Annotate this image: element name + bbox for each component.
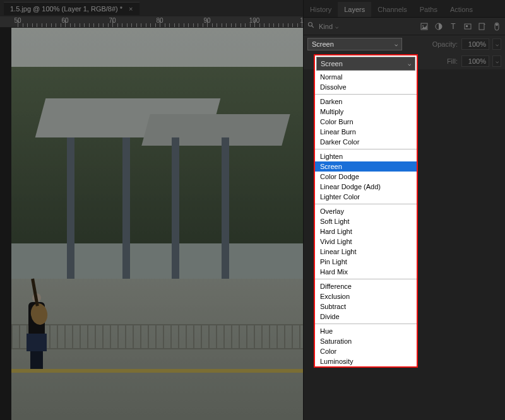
panel-tab-actions[interactable]: Actions [444, 2, 479, 17]
blend-mode-option[interactable]: Multiply [315, 107, 417, 117]
dropdown-separator [315, 279, 417, 279]
blend-mode-option[interactable]: Color Dodge [315, 172, 417, 182]
chevron-down-icon: ⌵ [395, 41, 398, 47]
document-title: 1.5.jpg @ 100% (Layer 1, RGB/8#) * [10, 5, 122, 13]
blend-mode-option[interactable]: Exclusion [315, 291, 417, 301]
blend-mode-option[interactable]: Hard Mix [315, 267, 417, 277]
blend-mode-option[interactable]: Color [315, 346, 417, 356]
opacity-stepper[interactable]: ⌵ [492, 38, 501, 50]
blend-mode-option[interactable]: Vivid Light [315, 236, 417, 247]
chevron-down-icon: ⌵ [335, 23, 338, 30]
ruler-tick-label: 60 [61, 17, 68, 24]
fill-input[interactable]: 100% [461, 55, 489, 67]
blend-mode-option[interactable]: Saturation [315, 336, 417, 346]
dropdown-separator [315, 324, 417, 324]
panel-tab-bar: HistoryLayersChannelsPathsActions [304, 0, 505, 18]
dropdown-separator [315, 204, 417, 204]
filter-toggle-icon[interactable] [492, 22, 501, 31]
ruler-tick-label: 80 [156, 17, 163, 24]
ruler-tick-label: 50 [14, 17, 21, 24]
blend-mode-option[interactable]: Linear Burn [315, 127, 417, 137]
blend-mode-list: NormalDissolveDarkenMultiplyColor BurnLi… [315, 72, 417, 366]
panel-tab-history[interactable]: History [304, 2, 338, 17]
blend-mode-option[interactable]: Linear Light [315, 247, 417, 257]
close-icon[interactable]: × [129, 5, 133, 13]
filter-shape-icon[interactable] [463, 22, 472, 31]
blend-mode-option[interactable]: Color Burn [315, 117, 417, 127]
blend-mode-option[interactable]: Darker Color [315, 137, 417, 147]
blend-mode-option[interactable]: Screen [315, 161, 417, 172]
svg-line-1 [312, 26, 314, 28]
blend-mode-dropdown: Screen ⌵ NormalDissolveDarkenMultiplyCol… [314, 54, 418, 368]
chevron-down-icon: ⌵ [408, 61, 411, 67]
panel-tab-paths[interactable]: Paths [413, 2, 444, 17]
search-icon[interactable] [307, 21, 315, 31]
blend-mode-option[interactable]: Normal [315, 72, 417, 82]
blend-mode-option[interactable]: Overlay [315, 206, 417, 216]
blend-mode-select[interactable]: Screen ⌵ [307, 38, 402, 50]
blend-mode-option[interactable]: Pin Light [315, 257, 417, 267]
fill-label: Fill: [447, 57, 458, 65]
dropdown-separator [315, 94, 417, 95]
opacity-input[interactable]: 100% [461, 38, 489, 50]
blend-mode-option[interactable]: Lighter Color [315, 192, 417, 202]
blend-mode-option[interactable]: Linear Dodge (Add) [315, 182, 417, 192]
blend-mode-option[interactable]: Luminosity [315, 356, 417, 366]
blend-mode-option[interactable]: Darken [315, 96, 417, 107]
layer-filter-label: Kind [319, 23, 333, 30]
svg-point-9 [496, 23, 498, 26]
svg-rect-6 [466, 25, 468, 27]
blend-mode-option[interactable]: Divide [315, 312, 417, 322]
blend-opacity-row: Screen ⌵ Opacity: 100% ⌵ [304, 35, 505, 53]
panel-tab-channels[interactable]: Channels [371, 2, 413, 17]
layer-filter-row: Kind ⌵ T [304, 18, 505, 35]
filter-pixel-icon[interactable] [420, 22, 429, 31]
blend-mode-dropdown-trigger[interactable]: Screen ⌵ [316, 57, 415, 71]
panel-tab-layers[interactable]: Layers [338, 2, 371, 17]
blend-mode-option[interactable]: Hue [315, 326, 417, 336]
layer-filter-kind[interactable]: Kind ⌵ [319, 23, 338, 30]
layer-filter-icons: T [420, 22, 501, 31]
document-image [11, 28, 303, 420]
blend-mode-current: Screen [312, 40, 334, 48]
blend-mode-option[interactable]: Hard Light [315, 226, 417, 236]
blend-mode-option[interactable]: Soft Light [315, 216, 417, 226]
dropdown-separator [315, 149, 417, 149]
ruler-tick-label: 100 [249, 17, 260, 24]
blend-mode-option[interactable]: Difference [315, 281, 417, 291]
svg-point-3 [422, 25, 424, 26]
horizontal-ruler: 50607080901001 [0, 16, 303, 28]
opacity-label: Opacity: [432, 40, 458, 48]
blend-mode-option[interactable]: Lighten [315, 151, 417, 161]
canvas-area[interactable] [0, 28, 303, 420]
filter-adjustment-icon[interactable] [434, 22, 443, 31]
ruler-tick-label: 70 [109, 17, 116, 24]
fill-stepper[interactable]: ⌵ [492, 55, 501, 67]
filter-smartobject-icon[interactable] [478, 22, 487, 31]
blend-mode-option[interactable]: Dissolve [315, 82, 417, 92]
filter-type-icon[interactable]: T [449, 22, 458, 31]
ruler-tick-label: 90 [203, 17, 210, 24]
svg-point-0 [309, 23, 312, 26]
blend-mode-option[interactable]: Subtract [315, 301, 417, 312]
svg-rect-7 [479, 23, 484, 30]
document-tab[interactable]: 1.5.jpg @ 100% (Layer 1, RGB/8#) * × [4, 2, 140, 15]
